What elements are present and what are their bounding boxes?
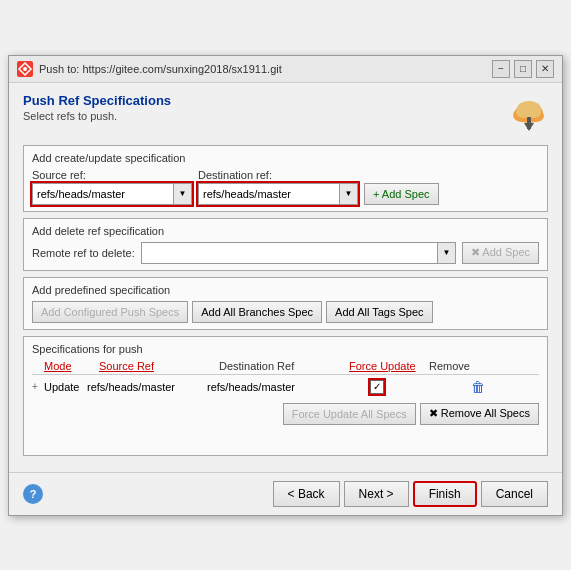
spec-destination-1: refs/heads/master xyxy=(207,381,337,393)
spec-force-update-1: ✓ xyxy=(337,380,417,394)
remote-ref-combo[interactable]: ▼ xyxy=(141,242,456,264)
footer-buttons: < Back Next > Finish Cancel xyxy=(273,481,548,507)
col-remove: Remove xyxy=(429,360,539,372)
content-area: Push Ref Specifications Select refs to p… xyxy=(9,83,562,472)
destination-ref-input[interactable] xyxy=(199,186,339,202)
specifications-title: Specifications for push xyxy=(32,343,539,355)
title-bar: Push to: https://gitee.com/sunxing2018/s… xyxy=(9,56,562,83)
title-bar-controls: − □ ✕ xyxy=(492,60,554,78)
specifications-section: Specifications for push Mode Source Ref … xyxy=(23,336,548,456)
spec-row-1: + Update refs/heads/master refs/heads/ma… xyxy=(32,377,539,397)
delete-ref-section: Add delete ref specification Remote ref … xyxy=(23,218,548,271)
source-ref-group: Source ref: ▼ xyxy=(32,169,192,205)
page-title: Push Ref Specifications xyxy=(23,93,171,108)
create-update-title: Add create/update specification xyxy=(32,152,539,164)
maximize-button[interactable]: □ xyxy=(514,60,532,78)
svg-point-9 xyxy=(527,108,541,118)
delete-ref-title: Add delete ref specification xyxy=(32,225,539,237)
destination-ref-group: Destination ref: ▼ xyxy=(198,169,358,205)
destination-ref-label: Destination ref: xyxy=(198,169,358,181)
page-header: Push Ref Specifications Select refs to p… xyxy=(23,93,548,137)
minimize-button[interactable]: − xyxy=(492,60,510,78)
finish-button[interactable]: Finish xyxy=(413,481,477,507)
remote-ref-select[interactable] xyxy=(142,243,455,263)
add-all-tags-spec-button[interactable]: Add All Tags Spec xyxy=(326,301,432,323)
back-button[interactable]: < Back xyxy=(273,481,340,507)
spec-mode-1: Update xyxy=(44,381,87,393)
title-bar-left: Push to: https://gitee.com/sunxing2018/s… xyxy=(17,61,282,77)
source-ref-combo[interactable]: ▼ xyxy=(32,183,192,205)
col-destination-ref: Destination Ref xyxy=(219,360,349,372)
predefined-title: Add predefined specification xyxy=(32,284,539,296)
help-button[interactable]: ? xyxy=(23,484,43,504)
footer-left: ? xyxy=(23,484,43,504)
col-mode: Mode xyxy=(44,360,99,372)
push-icon xyxy=(510,93,548,137)
col-source-ref: Source Ref xyxy=(99,360,219,372)
source-ref-label: Source ref: xyxy=(32,169,192,181)
add-all-branches-spec-button[interactable]: Add All Branches Spec xyxy=(192,301,322,323)
destination-ref-dropdown-arrow[interactable]: ▼ xyxy=(339,184,357,204)
app-icon xyxy=(17,61,33,77)
delete-ref-row: Remote ref to delete: ▼ ✖ Add Spec xyxy=(32,242,539,264)
row-expand-icon[interactable]: + xyxy=(32,381,44,392)
add-spec-button[interactable]: + Add Spec xyxy=(364,183,439,205)
title-bar-text: Push to: https://gitee.com/sunxing2018/s… xyxy=(39,63,282,75)
remote-ref-arrow[interactable]: ▼ xyxy=(437,243,455,263)
spec-source-1: refs/heads/master xyxy=(87,381,207,393)
remote-ref-label: Remote ref to delete: xyxy=(32,247,135,259)
predefined-section: Add predefined specification Add Configu… xyxy=(23,277,548,330)
delete-spec-icon-1[interactable]: 🗑 xyxy=(471,379,485,395)
footer: ? < Back Next > Finish Cancel xyxy=(9,472,562,515)
specs-actions: Force Update All Specs ✖ Remove All Spec… xyxy=(32,403,539,425)
cancel-button[interactable]: Cancel xyxy=(481,481,548,507)
svg-point-1 xyxy=(23,67,27,71)
remove-all-specs-button[interactable]: ✖ Remove All Specs xyxy=(420,403,539,425)
close-button[interactable]: ✕ xyxy=(536,60,554,78)
add-configured-push-specs-button[interactable]: Add Configured Push Specs xyxy=(32,301,188,323)
page-subtitle: Select refs to push. xyxy=(23,110,171,122)
next-button[interactable]: Next > xyxy=(344,481,409,507)
force-update-all-specs-button[interactable]: Force Update All Specs xyxy=(283,403,416,425)
source-ref-input[interactable] xyxy=(33,186,173,202)
predefined-buttons-row: Add Configured Push Specs Add All Branch… xyxy=(32,301,539,323)
force-update-checkbox-1[interactable]: ✓ xyxy=(370,380,384,394)
create-update-section: Add create/update specification Source r… xyxy=(23,145,548,212)
specs-table-header: Mode Source Ref Destination Ref Force Up… xyxy=(32,360,539,375)
destination-ref-combo[interactable]: ▼ xyxy=(198,183,358,205)
page-header-text: Push Ref Specifications Select refs to p… xyxy=(23,93,171,122)
source-ref-dropdown-arrow[interactable]: ▼ xyxy=(173,184,191,204)
main-window: Push to: https://gitee.com/sunxing2018/s… xyxy=(8,55,563,516)
spec-delete-1: 🗑 xyxy=(417,379,539,395)
delete-add-spec-button[interactable]: ✖ Add Spec xyxy=(462,242,539,264)
col-force-update: Force Update xyxy=(349,360,429,372)
svg-marker-6 xyxy=(524,123,534,131)
source-dest-row: Source ref: ▼ Destination ref: ▼ + Add S… xyxy=(32,169,539,205)
